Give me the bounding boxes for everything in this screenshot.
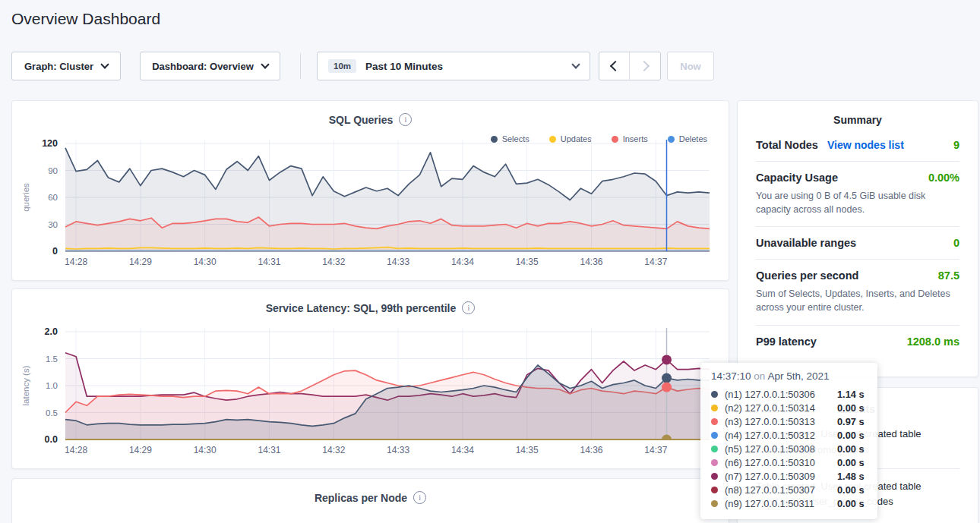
summary-value: 9 <box>953 139 959 151</box>
x-tick-label: 14:33 <box>387 257 409 267</box>
tooltip-node-label: (n7) 127.0.0.1:50309 <box>725 471 837 482</box>
chevron-down-icon <box>100 60 109 68</box>
x-tick-label: 14:37 <box>644 445 667 455</box>
node-color-dot-icon <box>711 500 718 507</box>
node-color-dot-icon <box>711 459 718 466</box>
time-range-label: Past 10 Minutes <box>365 61 443 72</box>
y-tick-label: 1.0 <box>46 381 58 390</box>
y-tick-label: 0.5 <box>46 408 58 417</box>
x-tick-label: 14:32 <box>322 257 345 267</box>
sql-queries-chart[interactable]: 1209060300queries14:2814:2914:3014:3114:… <box>12 136 730 277</box>
summary-label: Total Nodes <box>756 139 818 151</box>
tooltip-node-label: (n8) 127.0.0.1:50307 <box>725 484 837 496</box>
x-tick-label: 14:36 <box>580 445 602 455</box>
chevron-down-icon <box>571 60 580 68</box>
x-tick-label: 14:37 <box>644 257 667 267</box>
time-next-button[interactable] <box>630 52 660 80</box>
summary-row-capacity: Capacity Usage 0.00% You are using 0 B o… <box>756 161 959 226</box>
x-tick-label: 14:30 <box>194 445 217 455</box>
summary-subtext: You are using 0 B of 4.5 GiB usable disk… <box>756 189 959 216</box>
tooltip-row: (n7) 127.0.0.1:503091.48 s <box>711 469 867 483</box>
x-tick-label: 14:31 <box>258 445 280 455</box>
summary-label: P99 latency <box>756 336 817 348</box>
time-prev-button[interactable] <box>599 52 630 80</box>
summary-value: 0 <box>953 237 959 249</box>
tooltip-node-value: 0.00 s <box>837 443 865 455</box>
tooltip-node-label: (n3) 127.0.0.1:50313 <box>725 416 837 427</box>
node-color-dot-icon <box>711 473 718 480</box>
chevron-down-icon <box>261 60 269 68</box>
tooltip-node-value: 0.00 s <box>837 430 865 441</box>
y-tick-label: 60 <box>48 193 58 202</box>
summary-row-total-nodes: Total Nodes View nodes list 9 <box>756 129 959 161</box>
service-latency-card: Service Latency: SQL, 99th percentile i … <box>11 288 729 469</box>
service-latency-chart[interactable]: 2.01.51.00.50.0latency (s)14:2814:2914:3… <box>12 324 730 465</box>
node-color-dot-icon <box>711 487 718 493</box>
x-tick-label: 14:28 <box>65 445 87 455</box>
info-icon[interactable]: i <box>413 491 426 504</box>
dashboard-dropdown[interactable]: Dashboard: Overview <box>140 52 280 80</box>
tooltip-row: (n6) 127.0.0.1:503100.00 s <box>711 455 867 469</box>
tooltip-node-label: (n5) 127.0.0.1:50308 <box>725 443 837 455</box>
tooltip-row: (n5) 127.0.0.1:503080.00 s <box>711 442 867 455</box>
tooltip-row: (n1) 127.0.0.1:503061.14 s <box>711 387 867 401</box>
tooltip-node-label: (n2) 127.0.0.1:50314 <box>725 402 837 414</box>
view-nodes-list-link[interactable]: View nodes list <box>827 139 904 151</box>
replicas-per-node-card: Replicas per Node i <box>11 478 729 523</box>
chart-title: Service Latency: SQL, 99th percentile <box>266 302 457 314</box>
y-tick-label: 1.5 <box>46 354 58 364</box>
x-tick-label: 14:28 <box>65 257 87 267</box>
summary-subtext: Sum of Selects, Updates, Inserts, and De… <box>756 287 959 314</box>
time-range-badge: 10m <box>328 59 356 73</box>
x-tick-label: 14:30 <box>194 257 217 267</box>
x-tick-label: 14:33 <box>387 445 409 455</box>
summary-row-qps: Queries per second 87.5 Sum of Selects, … <box>756 259 959 324</box>
page-title: Overview Dashboard <box>11 10 160 28</box>
x-tick-label: 14:29 <box>129 445 152 455</box>
crosshair-dot <box>662 354 672 364</box>
x-tick-label: 14:35 <box>516 445 539 455</box>
crosshair-dot <box>662 373 672 383</box>
x-tick-label: 14:32 <box>322 445 345 455</box>
summary-panel: Summary Total Nodes View nodes list 9 Ca… <box>737 100 978 377</box>
y-tick-label: 0.0 <box>45 434 58 445</box>
tooltip-row: (n3) 127.0.0.1:503130.97 s <box>711 414 867 428</box>
summary-value: 1208.0 ms <box>907 336 959 348</box>
info-icon[interactable]: i <box>462 301 475 314</box>
tooltip-node-label: (n1) 127.0.0.1:50306 <box>725 389 837 400</box>
x-tick-label: 14:35 <box>516 257 539 267</box>
chart-tooltip: 14:37:10 on Apr 5th, 2021 (n1) 127.0.0.1… <box>700 363 877 519</box>
summary-label: Queries per second <box>756 269 858 282</box>
tooltip-node-value: 0.00 s <box>837 484 865 496</box>
x-tick-label: 14:34 <box>451 257 474 267</box>
tooltip-row: (n9) 127.0.0.1:503110.00 s <box>711 496 867 510</box>
summary-value: 0.00% <box>928 172 959 184</box>
time-nav-group <box>599 52 661 80</box>
y-axis-label: latency (s) <box>21 365 30 405</box>
graph-dropdown-label: Graph: Cluster <box>24 61 93 72</box>
node-color-dot-icon <box>711 405 718 411</box>
time-range-dropdown[interactable]: 10m Past 10 Minutes <box>317 52 590 80</box>
y-tick-label: 2.0 <box>45 326 58 337</box>
tooltip-row: (n2) 127.0.0.1:503140.00 s <box>711 401 867 414</box>
x-tick-label: 14:34 <box>451 445 474 455</box>
summary-row-unavailable-ranges: Unavailable ranges 0 <box>756 226 959 259</box>
tooltip-node-label: (n6) 127.0.0.1:50310 <box>725 457 837 468</box>
toolbar-divider <box>300 53 301 79</box>
tooltip-node-value: 1.48 s <box>837 471 865 482</box>
y-tick-label: 30 <box>48 220 58 229</box>
tooltip-row: (n4) 127.0.0.1:503120.00 s <box>711 428 867 442</box>
x-tick-label: 14:36 <box>580 257 602 267</box>
info-icon[interactable]: i <box>399 113 412 126</box>
graph-dropdown[interactable]: Graph: Cluster <box>11 52 121 80</box>
chart-title: SQL Queries <box>329 114 394 126</box>
x-tick-label: 14:31 <box>258 257 280 267</box>
now-button[interactable]: Now <box>667 52 714 80</box>
node-color-dot-icon <box>711 432 718 439</box>
summary-label: Capacity Usage <box>756 172 838 184</box>
y-tick-label: 120 <box>42 138 58 149</box>
summary-label: Unavailable ranges <box>756 237 856 249</box>
crosshair-dot <box>662 435 672 445</box>
tooltip-node-value: 0.00 s <box>837 498 865 509</box>
tooltip-node-value: 0.97 s <box>837 416 865 427</box>
